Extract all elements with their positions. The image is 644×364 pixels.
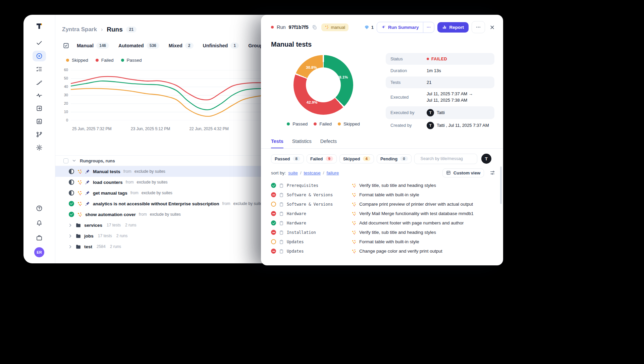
sort-bar: sort by: suite / testcase / failure Cust…: [261, 164, 503, 177]
test-row[interactable]: Software & Versions Format table with bu…: [271, 190, 495, 200]
filter-pill[interactable]: Failed 9: [307, 154, 337, 163]
help-button[interactable]: [33, 203, 46, 214]
chevron-down-icon[interactable]: [72, 158, 76, 163]
test-row[interactable]: Prerequisites Verify title, sub title an…: [271, 181, 495, 190]
sidebar-item-run-list[interactable]: [33, 64, 46, 74]
test-status-icon: [271, 249, 276, 254]
run-source: exclude by suites: [142, 191, 172, 195]
pill-label: Passed: [275, 156, 290, 161]
test-row[interactable]: Updates Change page color and verify pri…: [271, 247, 495, 256]
drawer-tab[interactable]: Defects: [320, 139, 337, 148]
run-tag-chip[interactable]: manual: [321, 23, 348, 31]
test-title-cell: Change page color and verify print outpu…: [352, 249, 495, 254]
folder-name: jobs: [84, 233, 94, 239]
sort-by-testcase-link[interactable]: testcase: [304, 170, 321, 175]
run-type-tab[interactable]: Manual 146: [77, 43, 109, 49]
detail-row-status: Status FAILED: [386, 53, 494, 65]
chevron-right-icon[interactable]: [68, 223, 72, 227]
sidebar-bottom: ER: [33, 203, 46, 257]
drawer-tab[interactable]: Tests: [271, 139, 283, 148]
sidebar-item-runs[interactable]: [33, 51, 46, 61]
legend-item: Skipped: [338, 121, 360, 126]
more-options-button[interactable]: [472, 21, 485, 33]
branch-icon: [36, 131, 43, 138]
test-search-box[interactable]: [414, 154, 477, 164]
test-title-cell: Format table with built-in style: [352, 239, 495, 244]
test-row[interactable]: Hardware Add document footer with page n…: [271, 218, 495, 228]
test-results-list: Prerequisites Verify title, sub title an…: [261, 177, 503, 256]
confetti-icon: [352, 230, 356, 235]
test-title: Add document footer with page numbers an…: [359, 220, 464, 225]
test-suite-name: Hardware: [287, 211, 306, 216]
y-tick-label: 60: [64, 68, 68, 72]
filter-pill[interactable]: Passed 8: [271, 154, 304, 163]
detail-label: Duration: [390, 68, 427, 73]
sort-by-suite-link[interactable]: suite: [288, 170, 298, 175]
folder-tests-count: 17 tests: [107, 223, 121, 227]
user-avatar-er[interactable]: ER: [34, 247, 44, 257]
run-type-tab[interactable]: Mixed 2: [169, 43, 194, 49]
sidebar-item-activity[interactable]: [33, 90, 46, 101]
run-summary-more-button[interactable]: [423, 22, 434, 33]
run-from-label: from: [123, 169, 131, 174]
select-all-checkbox[interactable]: [63, 158, 68, 163]
app-logo[interactable]: [35, 22, 43, 30]
executed-end: Jul 11, 2025 7:38 AM: [427, 98, 467, 103]
sidebar-item-steps[interactable]: [33, 77, 46, 88]
test-suite-cell: Updates: [271, 239, 352, 244]
run-summary-label: Run Summary: [388, 25, 419, 30]
sidebar-item-analytics[interactable]: [33, 116, 46, 127]
folder-tests-count: 2584: [97, 244, 106, 249]
close-drawer-button[interactable]: [488, 23, 496, 32]
confetti-icon: [352, 193, 356, 197]
tab-label: Unfinished: [203, 43, 228, 48]
chevron-right-icon[interactable]: [68, 245, 72, 249]
copy-icon: [312, 25, 317, 30]
run-summary-button[interactable]: Run Summary: [377, 22, 423, 33]
view-settings-icon[interactable]: [490, 170, 495, 175]
run-details-table: Status FAILED Duration 1m 13s Tests 21 E…: [386, 53, 494, 132]
drawer-tabs: Tests Statistics Defects: [261, 132, 503, 149]
detail-label: Executed by: [390, 110, 427, 115]
test-row[interactable]: Updates Format table with built-in style: [271, 237, 495, 247]
filter-pill[interactable]: Pending 0: [377, 154, 412, 163]
test-suite-name: Updates: [287, 249, 304, 254]
chevron-right-icon[interactable]: [68, 234, 72, 238]
run-status-icon: [69, 190, 74, 196]
filter-pill[interactable]: Skipped 4: [339, 154, 374, 163]
run-type-tab[interactable]: Unfinished 1: [203, 43, 239, 49]
checklist-icon[interactable]: [63, 42, 69, 49]
bar-chart-icon: [36, 118, 43, 125]
sort-by-failure-link[interactable]: failure: [327, 170, 339, 175]
tab-count-badge: 536: [147, 43, 159, 49]
test-row[interactable]: Hardware Verify Mail Merge functionality…: [271, 209, 495, 218]
breadcrumb-app-name[interactable]: Zyntra Spark: [62, 26, 97, 33]
version-indicator[interactable]: 1: [364, 25, 374, 30]
test-row[interactable]: Software & Versions Compare print previe…: [271, 200, 495, 209]
user-avatar[interactable]: T: [481, 154, 491, 164]
pin-icon: [85, 169, 90, 174]
test-title-cell: Format table with built-in style: [352, 192, 495, 197]
run-type-tab[interactable]: Automated 536: [118, 43, 159, 49]
sidebar-item-settings[interactable]: [33, 142, 46, 153]
sidebar-item-branches[interactable]: [33, 129, 46, 140]
test-title: Format table with built-in style: [359, 192, 419, 197]
notifications-button[interactable]: [33, 218, 46, 228]
run-status-icon: [69, 179, 74, 185]
projects-button[interactable]: [33, 232, 46, 243]
test-search-input[interactable]: [421, 156, 475, 161]
folder-icon: [75, 244, 81, 250]
y-tick-label: 0: [66, 118, 68, 122]
custom-view-button[interactable]: Custom view: [442, 168, 484, 177]
copy-run-id-button[interactable]: [311, 24, 318, 31]
sidebar-item-tasks[interactable]: [33, 38, 46, 48]
test-row[interactable]: Installation Verify title, sub title and…: [271, 228, 495, 237]
report-button[interactable]: Report: [437, 22, 469, 33]
drawer-tab[interactable]: Statistics: [292, 139, 312, 148]
sidebar-item-import[interactable]: [33, 103, 46, 114]
test-suite-name: Installation: [287, 230, 316, 235]
legend-dot: [96, 59, 99, 62]
pill-count-badge: 8: [293, 156, 300, 161]
test-title-cell: Verify title, sub title and heading styl…: [352, 230, 495, 235]
drawer-scrollbar[interactable]: [500, 166, 502, 204]
